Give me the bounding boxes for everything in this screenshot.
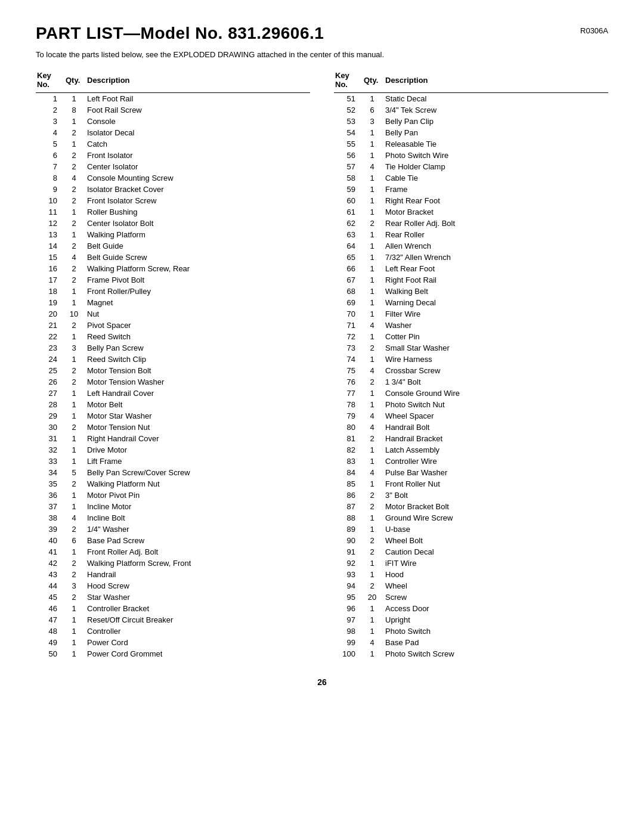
table-row: 48 1 Controller [36,625,310,637]
table-row: 78 1 Photo Switch Nut [334,399,608,410]
part-desc: Belly Pan Screw [86,342,310,354]
part-desc: Controller [86,625,310,637]
table-row: 66 1 Left Rear Foot [334,263,608,274]
part-desc: Allen Wrench [384,240,608,252]
part-desc: Motor Tension Washer [86,376,310,388]
table-row: 96 1 Access Door [334,603,608,614]
part-qty: 1 [64,648,86,659]
part-key: 76 [334,376,363,388]
part-desc: Reed Switch [86,331,310,342]
part-key: 58 [334,172,363,184]
table-row: 54 1 Belly Pan [334,127,608,138]
table-row: 81 2 Handrail Bracket [334,433,608,444]
part-key: 57 [334,161,363,172]
part-desc: Screw [384,592,608,603]
table-row: 19 1 Magnet [36,297,310,308]
part-key: 7 [36,161,64,172]
part-key: 61 [334,206,363,218]
table-row: 5 1 Catch [36,138,310,150]
part-key: 54 [334,127,363,138]
part-qty: 1 [64,433,86,444]
part-desc: Isolator Decal [86,127,310,138]
part-key: 22 [36,331,64,342]
part-desc: Caution Decal [384,546,608,558]
part-desc: Center Isolator [86,161,310,172]
part-key: 2 [36,104,64,116]
part-qty: 1 [64,456,86,467]
table-row: 21 2 Pivot Spacer [36,320,310,331]
part-desc: Isolator Bracket Cover [86,184,310,195]
left-header-desc: Description [86,70,310,93]
table-row: 34 5 Belly Pan Screw/Cover Screw [36,467,310,478]
table-row: 15 4 Belt Guide Screw [36,252,310,263]
part-qty: 4 [64,172,86,184]
part-key: 28 [36,399,64,410]
table-row: 2 8 Foot Rail Screw [36,104,310,116]
part-desc: Right Rear Foot [384,195,608,206]
table-row: 69 1 Warning Decal [334,297,608,308]
table-row: 97 1 Upright [334,614,608,625]
part-qty: 1 [363,138,384,150]
part-key: 33 [36,456,64,467]
part-qty: 3 [64,580,86,592]
part-qty: 1 [363,274,384,286]
part-key: 90 [334,535,363,546]
part-qty: 1 [363,569,384,580]
part-desc: Left Rear Foot [384,263,608,274]
table-row: 56 1 Photo Switch Wire [334,150,608,161]
part-desc: Motor Tension Bolt [86,365,310,376]
part-key: 42 [36,558,64,569]
part-desc: Front Isolator Screw [86,195,310,206]
table-row: 86 2 3" Bolt [334,490,608,501]
table-row: 100 1 Photo Switch Screw [334,648,608,659]
table-row: 25 2 Motor Tension Bolt [36,365,310,376]
part-desc: Front Roller Nut [384,478,608,490]
table-row: 57 4 Tie Holder Clamp [334,161,608,172]
table-row: 37 1 Incline Motor [36,501,310,512]
part-key: 18 [36,286,64,297]
part-qty: 2 [64,365,86,376]
part-desc: Base Pad Screw [86,535,310,546]
part-key: 30 [36,422,64,433]
part-qty: 2 [363,546,384,558]
table-row: 92 1 iFIT Wire [334,558,608,569]
table-row: 82 1 Latch Assembly [334,444,608,456]
part-qty: 2 [363,501,384,512]
right-header-desc: Description [384,70,608,93]
part-key: 52 [334,104,363,116]
part-qty: 1 [64,229,86,240]
part-desc: Power Cord [86,637,310,648]
part-desc: Left Foot Rail [86,93,310,105]
part-qty: 2 [363,342,384,354]
table-row: 94 2 Wheel [334,580,608,592]
part-desc: Walking Platform Nut [86,478,310,490]
part-desc: Belt Guide Screw [86,252,310,263]
part-desc: Incline Bolt [86,512,310,524]
part-key: 25 [36,365,64,376]
part-qty: 2 [64,320,86,331]
table-row: 73 2 Small Star Washer [334,342,608,354]
part-desc: Walking Belt [384,286,608,297]
part-desc: Motor Tension Nut [86,422,310,433]
part-key: 68 [334,286,363,297]
part-qty: 1 [363,648,384,659]
table-row: 8 4 Console Mounting Screw [36,172,310,184]
right-parts-col: Key No. Qty. Description 51 1 Static Dec… [334,70,608,659]
table-row: 27 1 Left Handrail Cover [36,388,310,399]
part-key: 26 [36,376,64,388]
left-parts-col: Key No. Qty. Description 1 1 Left Foot R… [36,70,310,659]
table-row: 76 2 1 3/4" Bolt [334,376,608,388]
part-key: 84 [334,467,363,478]
part-desc: Motor Belt [86,399,310,410]
part-key: 98 [334,625,363,637]
table-row: 85 1 Front Roller Nut [334,478,608,490]
part-key: 91 [334,546,363,558]
part-key: 65 [334,252,363,263]
part-key: 4 [36,127,64,138]
part-qty: 2 [64,274,86,286]
table-row: 95 20 Screw [334,592,608,603]
table-row: 99 4 Base Pad [334,637,608,648]
part-key: 49 [36,637,64,648]
part-desc: Wire Harness [384,354,608,365]
part-qty: 1 [363,603,384,614]
